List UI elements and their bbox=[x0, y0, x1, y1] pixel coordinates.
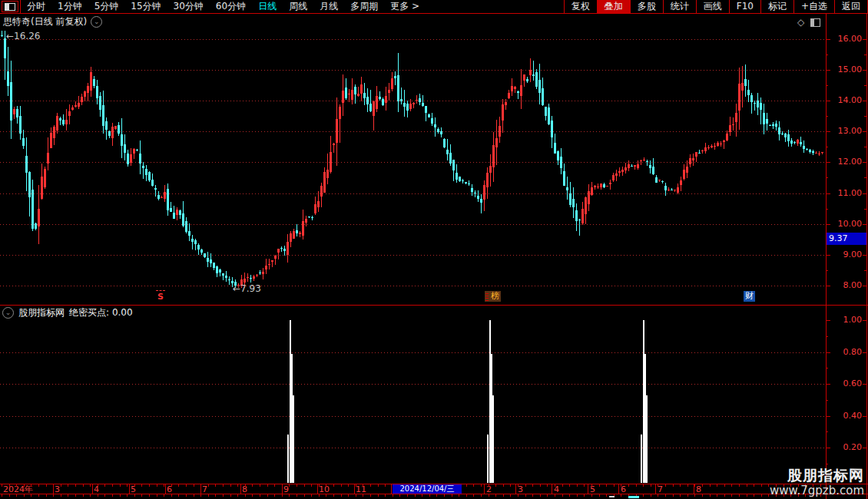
current-price-tag: 9.37 bbox=[827, 233, 866, 245]
indicator-site-label: 股朋指标网 bbox=[18, 306, 65, 319]
period-tab[interactable]: 更多 > bbox=[384, 0, 426, 13]
top-toolbar: 分时1分钟5分钟15分钟30分钟60分钟日线周线月线多周期更多 > 复权叠加多股… bbox=[0, 0, 868, 14]
watermark-site: 股朋指标网 bbox=[770, 468, 864, 484]
watermark: 股朋指标网 www.7gpzb.com bbox=[770, 468, 864, 497]
toolbar-button[interactable]: F10 bbox=[729, 0, 760, 13]
layout-toggle-button[interactable] bbox=[2, 1, 18, 12]
chevron-down-icon[interactable]: ⌄ bbox=[2, 307, 14, 319]
period-tab[interactable]: 周线 bbox=[283, 0, 313, 13]
toolbar-right-buttons: 复权叠加多股统计画线F10标记+自选返回 bbox=[564, 0, 868, 13]
indicator-header: ⌄ 股朋指标网 绝密买点: 0.00 bbox=[2, 306, 133, 319]
indicator-value: 0.00 bbox=[112, 307, 133, 318]
period-tab[interactable]: 多周期 bbox=[344, 0, 384, 13]
trading-app-window: { "toolbar": { "periods": ["分时","1分钟","5… bbox=[0, 0, 868, 499]
toolbar-button[interactable]: 复权 bbox=[564, 0, 597, 13]
badge-label: 财 bbox=[744, 291, 755, 302]
sell-signal-label: S bbox=[155, 292, 166, 302]
period-tab[interactable]: 日线 bbox=[252, 0, 283, 13]
badge-bang-badge[interactable]: 榜 bbox=[485, 291, 501, 302]
toolbar-button[interactable]: 返回 bbox=[834, 0, 868, 13]
dashed-hat-icon bbox=[156, 290, 165, 291]
sell-signal-marker: S bbox=[155, 290, 166, 302]
period-tab[interactable]: 月线 bbox=[313, 0, 344, 13]
chart-canvas bbox=[0, 0, 868, 499]
diamond-icon[interactable]: ◇ bbox=[797, 17, 804, 28]
period-tab[interactable]: 30分钟 bbox=[167, 0, 210, 13]
chart-title: 思特奇(日线 前复权) bbox=[3, 15, 87, 28]
period-tab[interactable]: 5分钟 bbox=[88, 0, 125, 13]
toolbar-button[interactable]: 画线 bbox=[696, 0, 729, 13]
period-tabs: 分时1分钟5分钟15分钟30分钟60分钟日线周线月线多周期更多 > bbox=[21, 0, 426, 13]
high-price-annotation: ←16.26 bbox=[6, 31, 40, 41]
panel-window-icon[interactable] bbox=[810, 18, 820, 27]
watermark-url: www.7gpzb.com bbox=[770, 484, 864, 497]
period-tab[interactable]: 1分钟 bbox=[51, 0, 88, 13]
period-tab[interactable]: 15分钟 bbox=[124, 0, 167, 13]
period-tab[interactable]: 60分钟 bbox=[210, 0, 252, 13]
split-window-icon bbox=[5, 3, 15, 11]
chevron-down-icon[interactable]: ⌄ bbox=[91, 16, 102, 28]
toolbar-button[interactable]: 多股 bbox=[630, 0, 663, 13]
indicator-name-label: 绝密买点: bbox=[69, 307, 109, 318]
red-dots-icon bbox=[485, 292, 489, 301]
toolbar-button[interactable]: 标记 bbox=[760, 0, 793, 13]
low-price-annotation: ←7.93 bbox=[233, 284, 261, 294]
toolbar-button[interactable]: 统计 bbox=[663, 0, 696, 13]
toolbar-button[interactable]: 叠加 bbox=[597, 0, 630, 13]
badge-label: 榜 bbox=[489, 291, 501, 302]
toolbar-button[interactable]: +自选 bbox=[793, 0, 834, 13]
badge-cai-badge[interactable]: 财 bbox=[744, 291, 755, 302]
chart-title-row: 思特奇(日线 前复权) ⌄ bbox=[3, 15, 102, 28]
title-row-icons: ◇ bbox=[797, 17, 820, 28]
crosshair-date-tag: 2024/12/04/三 bbox=[393, 484, 462, 494]
period-tab[interactable]: 分时 bbox=[21, 0, 51, 13]
